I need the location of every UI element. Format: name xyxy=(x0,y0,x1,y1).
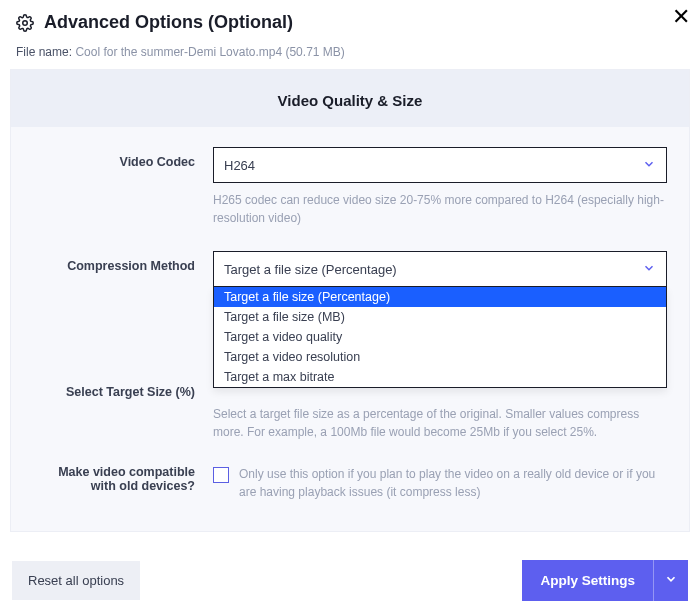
reset-button[interactable]: Reset all options xyxy=(12,561,140,600)
close-icon[interactable]: ✕ xyxy=(672,6,690,28)
gear-icon xyxy=(16,14,34,32)
modal-title: Advanced Options (Optional) xyxy=(44,12,293,33)
codec-label: Video Codec xyxy=(33,147,213,169)
filename-row: File name: Cool for the summer-Demi Lova… xyxy=(0,43,700,69)
apply-more-button[interactable] xyxy=(653,560,688,601)
panel-title: Video Quality & Size xyxy=(11,70,689,127)
codec-helper: H265 codec can reduce video size 20-75% … xyxy=(213,191,667,227)
filename-value: Cool for the summer-Demi Lovato.mp4 (50.… xyxy=(75,45,344,59)
compression-value: Target a file size (Percentage) xyxy=(224,262,397,277)
svg-point-0 xyxy=(23,20,28,25)
target-size-label: Select Target Size (%) xyxy=(33,377,213,399)
compression-label: Compression Method xyxy=(33,251,213,273)
compression-option[interactable]: Target a video quality xyxy=(214,327,666,347)
chevron-down-icon xyxy=(642,261,656,278)
compression-dropdown: Target a file size (Percentage) Target a… xyxy=(213,287,667,388)
compression-option[interactable]: Target a file size (MB) xyxy=(214,307,666,327)
compat-helper: Only use this option if you plan to play… xyxy=(239,465,667,501)
compression-select[interactable]: Target a file size (Percentage) xyxy=(213,251,667,287)
compression-option[interactable]: Target a max bitrate xyxy=(214,367,666,387)
target-size-helper: Select a target file size as a percentag… xyxy=(213,405,667,441)
compat-checkbox[interactable] xyxy=(213,467,229,483)
chevron-down-icon xyxy=(664,572,678,589)
compression-option[interactable]: Target a file size (Percentage) xyxy=(214,287,666,307)
compression-option[interactable]: Target a video resolution xyxy=(214,347,666,367)
compat-label: Make video compatible with old devices? xyxy=(33,465,213,493)
codec-value: H264 xyxy=(224,158,255,173)
filename-label: File name: xyxy=(16,45,72,59)
apply-button[interactable]: Apply Settings xyxy=(522,560,653,601)
codec-select[interactable]: H264 xyxy=(213,147,667,183)
chevron-down-icon xyxy=(642,157,656,174)
